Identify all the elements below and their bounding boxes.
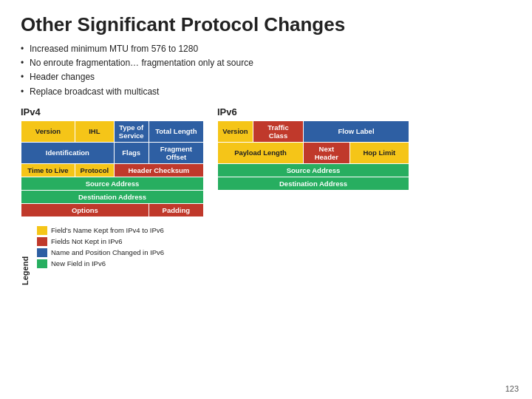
legend-text-4: New Field in IPv6	[51, 259, 106, 267]
legend-item-3: Name and Position Changed in IPv6	[37, 248, 164, 257]
ipv4-tos: Type ofService	[114, 120, 149, 142]
bullet-1: Increased minimum MTU from 576 to 1280	[21, 42, 511, 56]
ipv4-ihl: IHL	[75, 120, 115, 142]
ipv6-flow-label: Flow Label	[304, 120, 409, 142]
ipv6-hop-limit: Hop Limit	[349, 142, 409, 163]
ipv4-padding: Padding	[149, 203, 203, 216]
table-row: Identification Flags FragmentOffset	[21, 142, 204, 163]
legend-text-3: Name and Position Changed in IPv6	[51, 248, 164, 256]
ipv4-header-checksum: Header Checksum	[114, 163, 203, 177]
page-number: 123	[505, 384, 519, 393]
ipv4-frag-offset: FragmentOffset	[149, 142, 203, 163]
legend-text-2: Fields Not Kept in IPv6	[51, 237, 123, 245]
legend-color-not-kept	[37, 237, 47, 246]
ipv4-identification: Identification	[21, 142, 115, 163]
ipv4-protocol: Protocol	[75, 163, 115, 177]
legend-item-2: Fields Not Kept in IPv6	[37, 237, 164, 246]
ipv6-payload-length: Payload Length	[218, 142, 304, 163]
legend-color-new	[37, 259, 47, 268]
ipv4-ttl: Time to Live	[21, 163, 75, 177]
bullet-4: Replace broadcast with multicast	[21, 85, 511, 99]
bullet-3: Header changes	[21, 70, 511, 84]
legend-item-1: Field's Name Kept from IPv4 to IPv6	[37, 226, 164, 235]
ipv4-options: Options	[21, 203, 149, 216]
ipv4-label: IPv4	[21, 106, 41, 117]
bullet-list: Increased minimum MTU from 576 to 1280 N…	[21, 42, 511, 99]
ipv6-dst-addr: Destination Address	[218, 177, 409, 190]
ipv4-total-length: Total Length	[149, 120, 203, 142]
ipv4-flags: Flags	[114, 142, 149, 163]
ipv6-traffic-class: TrafficClass	[253, 120, 304, 142]
legend-section: Legend Field's Name Kept from IPv4 to IP…	[21, 226, 164, 285]
table-row: Source Address	[218, 163, 409, 177]
bullet-2: No enroute fragmentation… fragmentation …	[21, 56, 511, 70]
legend-items: Field's Name Kept from IPv4 to IPv6 Fiel…	[37, 226, 164, 268]
slide: Other Significant Protocol Changes Incre…	[0, 0, 532, 399]
legend-color-kept	[37, 226, 47, 235]
ipv6-src-addr: Source Address	[218, 163, 409, 177]
ipv4-dst-addr: Destination Address	[21, 190, 204, 203]
ipv6-next-header: NextHeader	[304, 142, 350, 163]
ipv4-version: Version	[21, 120, 75, 142]
ipv6-label: IPv6	[217, 106, 237, 117]
ipv6-section: IPv6 Version TrafficClass Flow Label Pay…	[217, 106, 409, 191]
diagrams-row: IPv4 Version IHL Type ofService Total Le…	[21, 106, 511, 217]
ipv4-section: IPv4 Version IHL Type ofService Total Le…	[21, 106, 204, 217]
legend-item-4: New Field in IPv6	[37, 259, 164, 268]
legend-color-changed	[37, 248, 47, 257]
table-row: Time to Live Protocol Header Checksum	[21, 163, 204, 177]
bottom-row: Legend Field's Name Kept from IPv4 to IP…	[21, 223, 511, 285]
table-row: Source Address	[21, 177, 204, 190]
table-row: Version IHL Type ofService Total Length	[21, 120, 204, 142]
ipv6-version: Version	[218, 120, 253, 142]
table-row: Options Padding	[21, 203, 204, 216]
legend-label: Legend	[21, 226, 30, 285]
table-row: Version TrafficClass Flow Label	[218, 120, 409, 142]
ipv6-table: Version TrafficClass Flow Label Payload …	[217, 120, 409, 191]
legend-text-1: Field's Name Kept from IPv4 to IPv6	[51, 226, 164, 234]
table-row: Payload Length NextHeader Hop Limit	[218, 142, 409, 163]
ipv4-src-addr: Source Address	[21, 177, 204, 190]
ipv4-table: Version IHL Type ofService Total Length …	[21, 120, 204, 217]
table-row: Destination Address	[218, 177, 409, 190]
table-row: Destination Address	[21, 190, 204, 203]
slide-title: Other Significant Protocol Changes	[21, 13, 511, 36]
